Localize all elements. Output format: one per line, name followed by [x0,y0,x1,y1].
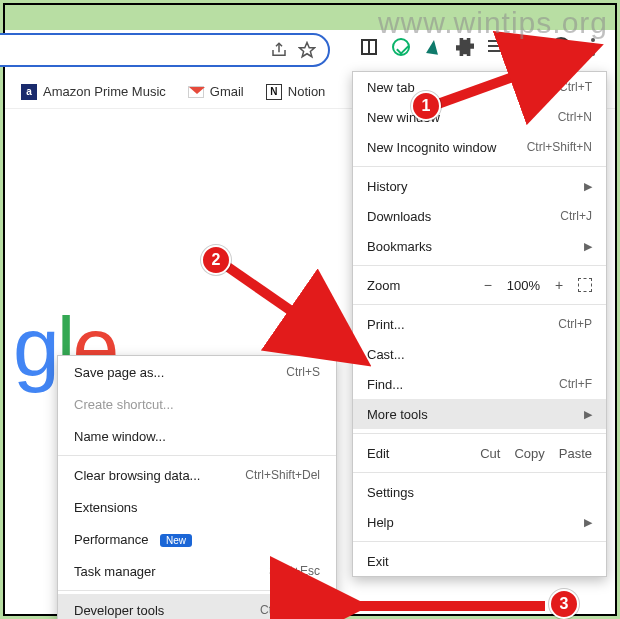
menu-shortcut: Ctrl+F [559,377,592,391]
submenu-name-window[interactable]: Name window... [58,420,336,452]
menu-find[interactable]: Find... Ctrl+F [353,369,606,399]
menu-cast[interactable]: Cast... [353,339,606,369]
menu-zoom: Zoom − 100% + [353,270,606,300]
menu-separator [353,433,606,434]
callout-arrow-2 [215,255,375,375]
menu-downloads[interactable]: Downloads Ctrl+J [353,201,606,231]
submenu-create-shortcut: Create shortcut... [58,388,336,420]
menu-shortcut: Ctrl+J [560,209,592,223]
menu-label: History [367,179,407,194]
svg-marker-0 [300,43,315,57]
bookmark-amazon-prime-music[interactable]: a Amazon Prime Music [21,84,166,100]
submenu-clear-browsing-data[interactable]: Clear browsing data... Ctrl+Shift+Del [58,459,336,491]
bookmark-label: Gmail [210,84,244,99]
menu-incognito[interactable]: New Incognito window Ctrl+Shift+N [353,132,606,162]
bookmark-gmail[interactable]: Gmail [188,84,244,99]
callout-number: 2 [201,245,231,275]
menu-label: Extensions [74,500,138,515]
notion-favicon: N [266,84,282,100]
more-tools-submenu: Save page as... Ctrl+S Create shortcut..… [57,355,337,619]
menu-label: Help [367,515,394,530]
edit-copy[interactable]: Copy [514,446,544,461]
menu-label: Bookmarks [367,239,432,254]
callout-number: 1 [411,91,441,121]
menu-exit[interactable]: Exit [353,546,606,576]
zoom-value: 100% [507,278,540,293]
edit-paste[interactable]: Paste [559,446,592,461]
menu-label: New tab [367,80,415,95]
submenu-arrow-icon: ▶ [584,180,592,193]
callout-number: 3 [549,589,579,619]
menu-shortcut: Ctrl+P [558,317,592,331]
menu-label: Clear browsing data... [74,468,200,483]
chrome-main-menu: New tab Ctrl+T New window Ctrl+N New Inc… [352,71,607,577]
menu-label: Developer tools [74,603,164,618]
address-bar[interactable] [0,33,330,67]
edit-cut[interactable]: Cut [480,446,500,461]
zoom-in-button[interactable]: + [550,277,568,293]
callout-3: 3 [549,589,579,619]
menu-separator [58,455,336,456]
menu-separator [353,304,606,305]
share-icon[interactable] [270,41,288,59]
submenu-arrow-icon: ▶ [584,516,592,529]
menu-edit: Edit Cut Copy Paste [353,438,606,468]
submenu-extensions[interactable]: Extensions [58,491,336,523]
menu-separator [353,541,606,542]
menu-label: Downloads [367,209,431,224]
grammarly-icon[interactable] [391,37,411,57]
menu-label: Performance [74,532,148,547]
callout-2: 2 [201,245,231,275]
zoom-out-button[interactable]: − [479,277,497,293]
submenu-arrow-icon: ▶ [584,240,592,253]
menu-more-tools[interactable]: More tools ▶ [353,399,606,429]
menu-shortcut: Ctrl+Shift+N [527,140,592,154]
bookmark-star-icon[interactable] [298,41,316,59]
menu-label: Task manager [74,564,156,579]
menu-separator [353,472,606,473]
menu-bookmarks[interactable]: Bookmarks ▶ [353,231,606,261]
window-titlebar [5,5,615,30]
bookmark-label: Amazon Prime Music [43,84,166,99]
menu-label: More tools [367,407,428,422]
menu-label: New Incognito window [367,140,496,155]
menu-print[interactable]: Print... Ctrl+P [353,309,606,339]
menu-history[interactable]: History ▶ [353,171,606,201]
svg-line-1 [435,51,585,105]
menu-shortcut: Shift+Esc [269,564,320,578]
menu-separator [353,265,606,266]
menu-shortcut: Ctrl+Shift+I [260,603,320,617]
menu-label: Save page as... [74,365,164,380]
menu-separator [58,590,336,591]
submenu-arrow-icon: ▶ [584,408,592,421]
menu-settings[interactable]: Settings [353,477,606,507]
new-badge: New [160,534,192,547]
gmail-favicon [188,86,204,98]
menu-label: Name window... [74,429,166,444]
bookmark-label: Notion [288,84,326,99]
menu-label: Create shortcut... [74,397,174,412]
fullscreen-icon[interactable] [578,278,592,292]
menu-label: Exit [367,554,389,569]
menu-label: Find... [367,377,403,392]
reader-mode-icon[interactable] [359,37,379,57]
menu-help[interactable]: Help ▶ [353,507,606,537]
submenu-task-manager[interactable]: Task manager Shift+Esc [58,555,336,587]
submenu-performance[interactable]: Performance New [58,523,336,555]
apm-favicon: a [21,84,37,100]
callout-1: 1 [411,91,441,121]
svg-line-2 [225,265,355,355]
menu-shortcut: Ctrl+Shift+Del [245,468,320,482]
submenu-developer-tools[interactable]: Developer tools Ctrl+Shift+I [58,594,336,619]
screenshot-frame: a Amazon Prime Music Gmail N Notion gle … [3,3,617,616]
callout-arrow-1 [425,45,605,125]
menu-separator [353,166,606,167]
bookmark-notion[interactable]: N Notion [266,84,326,100]
menu-label: Settings [367,485,414,500]
callout-arrow-3 [335,591,555,619]
menu-label: Edit [367,446,389,461]
